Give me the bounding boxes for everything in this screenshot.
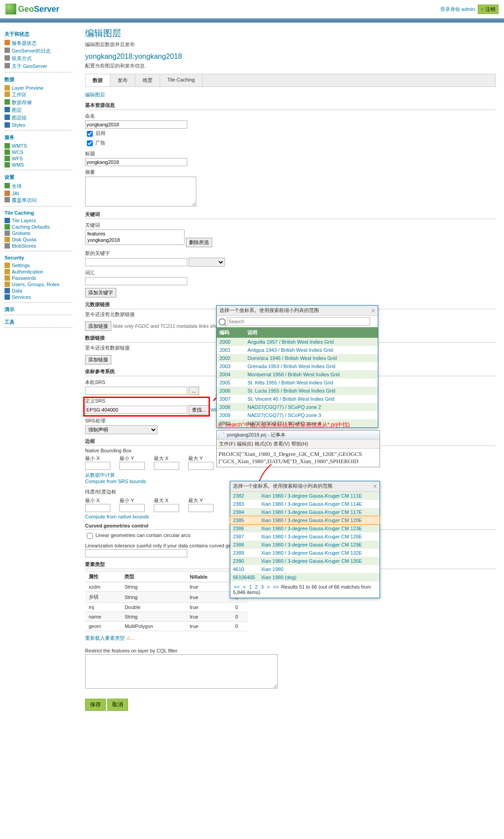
logo[interactable]: GeoServer xyxy=(5,4,59,14)
sidebar-item[interactable]: 图层 xyxy=(5,106,77,114)
sidebar-group-title[interactable]: 设置 xyxy=(5,174,77,181)
pager-prev[interactable]: < xyxy=(243,584,246,590)
sidebar-item[interactable]: BlobStores xyxy=(5,243,77,249)
sidebar-item[interactable]: 工作区 xyxy=(5,91,77,99)
srs-row[interactable]: 2385Xian 1980 / 3-degree Gauss-Kruger CM… xyxy=(230,516,380,524)
sidebar-item[interactable]: JAI xyxy=(5,190,77,197)
add-keyword-button[interactable]: 添加关键字 xyxy=(85,288,116,297)
sidebar-item[interactable]: Styles xyxy=(5,122,77,128)
enable-checkbox[interactable] xyxy=(87,131,93,137)
sidebar-item[interactable]: Data xyxy=(5,288,77,294)
sidebar-item[interactable]: WMS xyxy=(5,162,77,168)
sidebar-item[interactable]: 全球 xyxy=(5,182,77,190)
sidebar-item[interactable]: Passwords xyxy=(5,275,77,281)
cql-textarea[interactable] xyxy=(85,654,278,689)
srs-row[interactable]: 2382Xian 1980 / 3-degree Gauss-Kruger CM… xyxy=(230,492,380,500)
sidebar-group-title[interactable]: 工具 xyxy=(5,319,77,326)
reload-feature-link[interactable]: 重新载入要素类型 xyxy=(85,635,125,641)
login-identity[interactable]: 登录身份 admin. xyxy=(440,6,476,12)
srs-row[interactable]: 2384Xian 1980 / 3-degree Gauss-Kruger CM… xyxy=(230,508,380,516)
notepad-menu-item[interactable]: 格式(O) xyxy=(255,441,273,446)
srs-row[interactable]: 2390Xian 1980 / 3-degree Gauss-Kruger CM… xyxy=(230,557,380,565)
native-maxy-input[interactable] xyxy=(188,462,214,470)
tab-0[interactable]: 数据 xyxy=(86,74,110,86)
sidebar-item[interactable]: GeoServer的日志 xyxy=(5,47,77,55)
abstract-textarea[interactable] xyxy=(85,177,196,206)
keyword-lang-select[interactable] xyxy=(189,258,225,267)
srs-row[interactable]: 2003Grenada 1953 / British West Indies G… xyxy=(217,362,378,370)
sidebar-item[interactable]: Settings xyxy=(5,262,77,268)
sidebar-item[interactable]: 数据存储 xyxy=(5,99,77,106)
srs-row[interactable]: 2009NAD27(CGQ77) / SCoPQ zone 3 xyxy=(217,411,378,419)
lin-tol-input[interactable] xyxy=(85,549,187,557)
native-srs-browse-button[interactable]: ... xyxy=(189,387,199,395)
vocab-input[interactable] xyxy=(85,277,187,285)
sidebar-group-title[interactable]: 数据 xyxy=(5,76,77,83)
sidebar-item[interactable]: Gridsets xyxy=(5,230,77,236)
sidebar-item[interactable]: Caching Defaults xyxy=(5,224,77,230)
pager-first[interactable]: << xyxy=(234,584,240,590)
srs-row[interactable]: 2004Montserrat 1958 / British West Indie… xyxy=(217,370,378,379)
delete-selected-button[interactable]: 删除所选 xyxy=(186,238,212,247)
srs-row[interactable]: 4610Xian 1980 xyxy=(230,565,380,573)
srs-row[interactable]: 2000Anguilla 1957 / British West Indies … xyxy=(217,338,378,346)
save-button[interactable]: 保存 xyxy=(85,699,106,711)
pager-2[interactable]: 2 xyxy=(255,584,258,590)
sidebar-item[interactable]: WFS xyxy=(5,155,77,162)
sidebar-item[interactable]: 图层组 xyxy=(5,114,77,122)
cancel-button[interactable]: 取消 xyxy=(107,699,128,711)
sidebar-item[interactable]: Tile Layers xyxy=(5,217,77,224)
sidebar-item[interactable]: Layer Preview xyxy=(5,85,77,91)
srs-row[interactable]: 2386Xian 1980 / 3-degree Gauss-Kruger CM… xyxy=(230,524,380,532)
sidebar-group-title[interactable]: Security xyxy=(5,255,77,260)
popup1-search-input[interactable] xyxy=(227,317,370,326)
linear-geom-checkbox[interactable] xyxy=(87,533,93,539)
srs-row[interactable]: 2005St. Kitts 1955 / British West Indies… xyxy=(217,379,378,387)
sidebar-group-title[interactable]: 服务 xyxy=(5,134,77,141)
logout-button[interactable]: ⎋ 注销 xyxy=(478,5,499,14)
compute-from-native-link[interactable]: Compute from native bounds xyxy=(85,514,149,519)
latlon-minx-input[interactable] xyxy=(85,504,110,512)
pager-1[interactable]: 1 xyxy=(249,584,252,590)
native-srs-input[interactable] xyxy=(85,387,187,395)
sidebar-group-title[interactable]: Tile Caching xyxy=(5,210,77,216)
srs-row[interactable]: 2006St. Lucia 1955 / British West Indies… xyxy=(217,387,378,395)
pager-next[interactable]: > xyxy=(267,584,270,590)
srs-row[interactable]: 66106405Xian 1980 (deg) xyxy=(230,573,380,581)
sidebar-item[interactable]: 联系方式 xyxy=(5,55,77,62)
popup1-close-icon[interactable]: × xyxy=(371,307,375,314)
srs-row[interactable]: 2008NAD27(CGQ77) / SCoPQ zone 2 xyxy=(217,403,378,411)
srs-row[interactable]: 2383Xian 1980 / 3-degree Gauss-Kruger CM… xyxy=(230,500,380,508)
notepad-menu-item[interactable]: 查看(V) xyxy=(273,441,291,446)
name-input[interactable] xyxy=(85,120,187,129)
sidebar-group-title[interactable]: 演示 xyxy=(5,306,77,313)
sidebar-item[interactable]: WMTS xyxy=(5,143,77,149)
native-maxx-input[interactable] xyxy=(154,462,179,470)
sidebar-item[interactable]: 覆盖率访问 xyxy=(5,197,77,204)
add-data-link-button[interactable]: 添加链接 xyxy=(85,355,111,364)
latlon-miny-input[interactable] xyxy=(119,504,145,512)
latlon-maxy-input[interactable] xyxy=(188,504,214,512)
sidebar-group-title[interactable]: 关于和状态 xyxy=(5,31,77,38)
native-miny-input[interactable] xyxy=(119,462,145,470)
srs-row[interactable]: 2387Xian 1980 / 3-degree Gauss-Kruger CM… xyxy=(230,532,380,541)
compute-from-srs-link[interactable]: Compute from SRS bounds xyxy=(85,479,146,484)
sidebar-item[interactable]: Users, Groups, Roles xyxy=(5,281,77,288)
srs-row[interactable]: 2007St. Vincent 45 / British West Indies… xyxy=(217,395,378,403)
notepad-menu-item[interactable]: 编辑(E) xyxy=(237,441,255,446)
sidebar-item[interactable]: Authentication xyxy=(5,268,77,275)
sidebar-item[interactable]: WCS xyxy=(5,149,77,155)
sidebar-item[interactable]: Disk Quota xyxy=(5,236,77,243)
tab-2[interactable]: 维度 xyxy=(135,74,160,86)
srs-row[interactable]: 2001Antigua 1943 / British West Indies G… xyxy=(217,346,378,354)
tab-3[interactable]: Tile Caching xyxy=(160,74,203,86)
pager-last[interactable]: >> xyxy=(273,584,279,590)
sidebar-item[interactable]: 服务器状态 xyxy=(5,39,77,47)
notepad-menu-item[interactable]: 帮助(H) xyxy=(291,441,308,446)
keywords-select[interactable]: features yongkang2018 xyxy=(85,230,185,245)
popup3-close-icon[interactable]: × xyxy=(373,483,377,490)
srs-row[interactable]: 2389Xian 1980 / 3-degree Gauss-Kruger CM… xyxy=(230,549,380,557)
tab-1[interactable]: 发布 xyxy=(110,74,135,86)
advert-checkbox[interactable] xyxy=(87,140,93,146)
compute-from-data-link[interactable]: 从数据中计算 xyxy=(85,472,115,478)
